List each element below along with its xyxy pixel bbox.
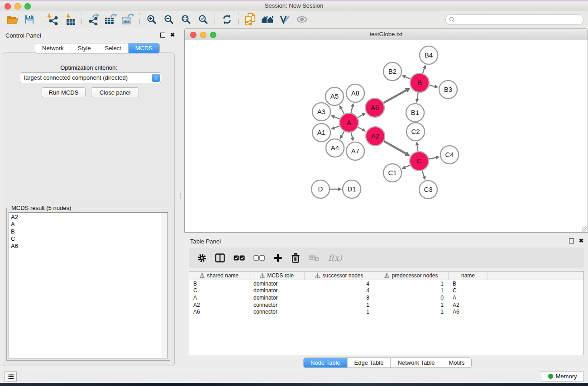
column-header-successor-nodes[interactable]: successor nodes [305, 272, 374, 280]
network-edge-C-C1[interactable] [405, 165, 410, 167]
tab-style[interactable]: Style [71, 43, 98, 53]
tab-node-table[interactable]: Node Table [304, 358, 348, 367]
tab-motifs[interactable]: Motifs [442, 358, 472, 367]
result-list-scrollbar[interactable] [162, 213, 167, 357]
float-table-panel-icon[interactable] [569, 238, 574, 243]
network-from-selection-button[interactable] [242, 12, 259, 27]
network-window-titlebar[interactable]: testGlobe.txt [185, 29, 588, 40]
annotation-pen-button[interactable] [276, 12, 293, 27]
tab-mcds[interactable]: MCDS [129, 43, 159, 53]
network-edge-B-B4[interactable] [423, 68, 425, 73]
column-header-name[interactable]: name [449, 272, 488, 280]
import-network-button[interactable] [44, 12, 62, 27]
open-session-button[interactable] [4, 12, 21, 27]
vertical-splitter-handle[interactable] [179, 193, 182, 200]
network-edge-A2-C[interactable] [384, 141, 406, 153]
network-edge-A-A4[interactable] [342, 131, 344, 136]
network-edge-B-B2[interactable] [405, 77, 411, 79]
zoom-out-button[interactable] [160, 12, 177, 27]
node-table[interactable]: shared name MCDS role successor nodes pr… [189, 271, 584, 355]
table-cell: C [189, 287, 249, 294]
node-label-B: B [417, 79, 422, 86]
network-edge-C-C3[interactable] [422, 171, 424, 176]
eye-icon [296, 14, 307, 24]
export-network-button[interactable] [85, 12, 102, 27]
network-edge-C-C4[interactable] [429, 157, 436, 159]
refresh-button[interactable] [218, 12, 235, 27]
search-box[interactable] [445, 14, 583, 25]
network-edge-A-A1[interactable] [335, 126, 340, 128]
network-edge-A-A2[interactable] [358, 127, 363, 129]
list-item[interactable]: B [9, 228, 167, 235]
table-row[interactable]: Adominator80A [189, 294, 583, 301]
edge-arrowhead-icon [351, 103, 354, 107]
network-edge-C-C2[interactable] [417, 145, 418, 151]
list-item[interactable]: A [9, 221, 167, 228]
toggle-details-button[interactable] [293, 12, 311, 27]
close-panel-button[interactable]: Close panel [91, 87, 139, 97]
criterion-dropdown[interactable]: largest connected component (directed) ▴… [20, 72, 161, 83]
select-all-button[interactable] [234, 255, 245, 261]
network-canvas[interactable]: B4B2BB3A5A8A6A3B1AC2A1A2A4A7C4CC1C3DD1 [185, 40, 588, 232]
toolbar-separator [41, 13, 42, 26]
list-item[interactable]: A2 [9, 214, 167, 221]
network-edge-A-A8[interactable] [351, 107, 353, 113]
network-edge-A-A6[interactable] [358, 115, 363, 118]
search-input[interactable] [457, 16, 583, 24]
table-row[interactable]: A6connector11A6 [189, 308, 583, 315]
export-table-button[interactable] [102, 12, 120, 27]
close-panel-icon[interactable]: ✖ [170, 32, 175, 38]
zoom-in-button[interactable] [143, 12, 160, 27]
tree-sort-icon [260, 273, 265, 278]
list-item[interactable]: A6 [9, 243, 167, 250]
resize-grip[interactable] [582, 226, 587, 232]
delete-table-button[interactable] [309, 254, 320, 262]
node-label-C2: C2 [411, 128, 420, 135]
node-label-A6: A6 [371, 104, 379, 111]
run-mcds-button[interactable]: Run MCDS [42, 87, 86, 97]
export-image-button[interactable] [120, 12, 137, 27]
list-icon [8, 373, 14, 380]
table-cell: dominator [249, 287, 305, 294]
function-builder-button[interactable]: f(x) [328, 253, 342, 262]
column-header-predecessor-nodes[interactable]: predecessor nodes [374, 272, 449, 280]
table-panel-tabs: Node Table Edge Table Network Table Moti… [303, 357, 472, 368]
tab-select[interactable]: Select [98, 43, 129, 53]
table-settings-button[interactable] [197, 253, 206, 262]
table-header-row: shared name MCDS role successor nodes pr… [189, 272, 583, 280]
show-columns-button[interactable] [215, 253, 225, 262]
column-header-shared-name[interactable]: shared name [189, 272, 249, 280]
table-row[interactable]: Bdominator41B [189, 280, 583, 287]
network-edge-A6-B[interactable] [383, 91, 406, 103]
network-edge-B-B3[interactable] [429, 85, 435, 86]
zoom-fit-button[interactable] [177, 12, 195, 27]
deselect-all-button[interactable] [253, 255, 265, 261]
show-task-history-button[interactable] [5, 372, 17, 381]
list-item[interactable]: C [9, 235, 167, 243]
table-row[interactable]: A2connector11A2 [189, 301, 583, 309]
tab-edge-table[interactable]: Edge Table [348, 358, 391, 367]
column-header-mcds-role[interactable]: MCDS role [249, 272, 305, 280]
mcds-result-list[interactable]: A2ABCA6 [9, 212, 168, 358]
import-table-button[interactable] [62, 12, 79, 27]
zoom-selected-button[interactable] [195, 12, 212, 27]
create-column-button[interactable] [273, 253, 282, 262]
delete-columns-button[interactable] [291, 253, 300, 263]
edge-arrowhead-icon [435, 156, 440, 159]
node-label-C: C [417, 157, 422, 165]
save-session-button[interactable] [21, 12, 38, 27]
window-title: Session: New Session [0, 2, 588, 9]
close-table-panel-icon[interactable]: ✖ [579, 238, 583, 243]
network-edge-A-A5[interactable] [341, 109, 344, 114]
network-edge-A-A7[interactable] [351, 132, 353, 138]
trash-icon [291, 253, 300, 263]
table-row[interactable]: Cdominator41C [189, 287, 583, 295]
float-panel-icon[interactable] [160, 33, 165, 38]
network-edge-B-B1[interactable] [417, 93, 418, 99]
tab-network-table[interactable]: Network Table [391, 358, 442, 367]
table-panel: Table Panel ✖ [184, 233, 588, 369]
tab-network[interactable]: Network [35, 43, 71, 53]
memory-button[interactable]: Memory [541, 371, 584, 381]
network-edge-A-A3[interactable] [334, 117, 339, 119]
home-button[interactable] [259, 12, 276, 27]
